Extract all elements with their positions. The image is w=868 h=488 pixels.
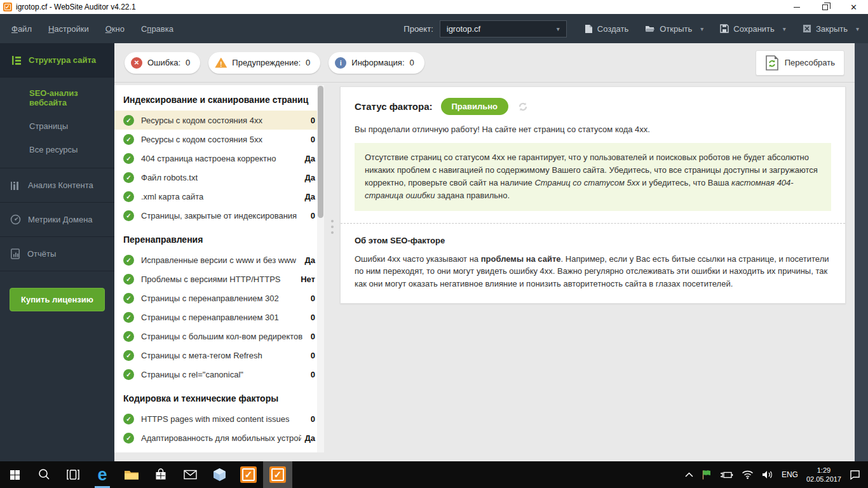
sidebar-item-content-analysis[interactable]: Анализ Контента	[0, 168, 114, 203]
sidebar-item-pages[interactable]: Страницы	[0, 114, 114, 138]
factor-row-302[interactable]: Страницы с перенаправлением 302 0	[114, 288, 324, 308]
taskbar-clock[interactable]: 1:29 02.05.2017	[806, 466, 841, 484]
sidebar-item-seo-analysis[interactable]: SEO-анализ вебсайта	[0, 81, 114, 114]
factor-row-4xx[interactable]: Ресурсы с кодом состояния 4xx 0	[114, 111, 324, 130]
create-project-button[interactable]: Создать	[585, 24, 628, 34]
cube-icon	[213, 468, 226, 482]
taskbar-3d-builder-button[interactable]	[205, 461, 234, 488]
about-text-bold: проблемы на сайте	[481, 254, 561, 264]
close-project-button[interactable]: Закрыть ▾	[803, 24, 859, 34]
factor-row-sitemap[interactable]: .xml карта сайта Да	[114, 187, 324, 206]
menu-file[interactable]: Файл	[11, 24, 32, 34]
warnings-pill[interactable]: Предупреждение: 0	[208, 52, 320, 74]
windows-logo-icon	[10, 470, 20, 480]
list-scrollbar-thumb[interactable]	[318, 86, 323, 218]
open-project-button[interactable]: Открыть ▾	[645, 24, 703, 34]
restore-button[interactable]	[811, 0, 839, 14]
battery-icon[interactable]	[719, 471, 733, 479]
sidebar-item-label: Метрики Домена	[28, 215, 93, 224]
action-center-icon[interactable]	[850, 470, 860, 480]
project-select-value: igrotop.cf	[447, 24, 553, 34]
panel-splitter[interactable]	[324, 85, 340, 452]
save-project-button[interactable]: Сохранить ▾	[720, 24, 786, 34]
warning-icon	[215, 58, 227, 68]
new-document-icon	[585, 24, 593, 34]
collapsed-right-panel[interactable]	[855, 43, 868, 461]
close-button[interactable]: ✕	[839, 0, 868, 14]
sidebar-item-reports[interactable]: Отчёты	[0, 237, 114, 271]
windows-taskbar: ENG 1:29 02.05.2017	[0, 461, 868, 488]
factor-row-redirect-chains[interactable]: Страницы с большим кол-вом редиректов 0	[114, 327, 324, 346]
windows-store-icon	[154, 468, 167, 481]
system-tray: ENG 1:29 02.05.2017	[677, 461, 868, 488]
factor-value: Да	[305, 154, 316, 163]
taskbar-edge-button[interactable]	[88, 461, 117, 488]
tray-expand-icon[interactable]	[685, 472, 693, 477]
factor-row-301[interactable]: Страницы с перенаправлением 301 0	[114, 308, 324, 327]
factor-row-www[interactable]: Исправленные версии с www и без www Да	[114, 250, 324, 269]
save-icon	[720, 24, 729, 33]
factor-row-404-page[interactable]: 404 страница настроена корректно Да	[114, 149, 324, 168]
factor-row-robots[interactable]: Файл robots.txt Да	[114, 168, 324, 187]
flag-icon[interactable]	[702, 470, 711, 480]
factor-label: Страницы с мета-тегом Refresh	[141, 351, 307, 360]
warnings-count: 0	[306, 58, 310, 67]
errors-pill[interactable]: Ошибка: 0	[125, 52, 200, 74]
factor-row-mixed-content[interactable]: HTTPS pages with mixed content issues 0	[114, 409, 324, 428]
about-text-part: Ошибки 4xx часто указывают на	[355, 254, 481, 264]
sidebar-item-all-resources[interactable]: Все ресурсы	[0, 138, 114, 161]
chevron-down-icon[interactable]: ▾	[783, 25, 786, 32]
start-button[interactable]	[0, 461, 29, 488]
factor-row-mobile-friendly[interactable]: Адаптированность для мобильных устройств…	[114, 428, 324, 447]
factor-row-noindex[interactable]: Страницы, закрытые от индексирования 0	[114, 206, 324, 225]
check-ok-icon	[123, 312, 134, 323]
factor-row-meta-refresh[interactable]: Страницы с мета-тегом Refresh 0	[114, 346, 324, 365]
refresh-factor-icon[interactable]	[517, 100, 529, 113]
taskbar-mail-button[interactable]	[175, 461, 205, 488]
factor-row-5xx[interactable]: Ресурсы с кодом состояния 5xx 0	[114, 130, 324, 149]
language-indicator[interactable]: ENG	[782, 470, 798, 479]
close-box-icon	[803, 24, 811, 33]
chevron-down-icon[interactable]: ▾	[700, 25, 703, 32]
sidebar-item-domain-metrics[interactable]: Метрики Домена	[0, 203, 114, 237]
status-toolbar: Ошибка: 0 Предупреждение: 0 Информация: …	[114, 43, 855, 83]
factor-label: Страницы, закрытые от индексирования	[141, 211, 307, 220]
menubar: Файл Настройки Окно Справка Проект: igro…	[0, 14, 868, 43]
minimize-button[interactable]	[782, 0, 811, 14]
sidebar-item-site-structure[interactable]: Структура сайта	[0, 43, 114, 78]
factor-row-http-https[interactable]: Проблемы с версиями HTTP/HTTPS Нет	[114, 269, 324, 288]
volume-icon[interactable]	[762, 470, 773, 479]
factor-label: Файл robots.txt	[141, 173, 301, 182]
content-analysis-icon	[10, 180, 21, 191]
list-scrollbar[interactable]	[317, 85, 324, 452]
menu-help[interactable]: Справка	[141, 24, 173, 34]
buy-license-button[interactable]: Купить лицензию	[10, 288, 105, 311]
task-view-button[interactable]	[58, 461, 88, 488]
tip-link-5xx[interactable]: Страниц со статусом 5хх	[534, 178, 639, 187]
factor-row-canonical[interactable]: Страницы с rel="canonical" 0	[114, 365, 324, 384]
factor-value: 0	[311, 116, 315, 125]
chevron-down-icon[interactable]: ▾	[856, 25, 859, 32]
taskbar-search-button[interactable]	[29, 461, 58, 488]
factor-label: Страницы с rel="canonical"	[141, 370, 307, 379]
seo-factors-list: Индексирование и сканирование страниц Ре…	[114, 85, 324, 452]
factor-value: Нет	[301, 274, 315, 284]
website-auditor-icon	[269, 466, 286, 483]
factor-value: 0	[311, 414, 315, 424]
factor-value: 0	[311, 351, 315, 360]
check-ok-icon	[123, 414, 134, 424]
rebuild-project-button[interactable]: Пересобрать	[756, 50, 844, 76]
taskbar-wsa-active-button[interactable]	[263, 461, 292, 488]
site-structure-icon	[11, 55, 22, 65]
wifi-icon[interactable]	[742, 470, 754, 479]
menu-file-rest: айл	[18, 24, 32, 34]
project-select[interactable]: igrotop.cf ▾	[440, 20, 567, 37]
factor-section-title: Перенаправления	[114, 225, 324, 250]
taskbar-explorer-button[interactable]	[117, 461, 146, 488]
chevron-down-icon: ▾	[557, 25, 560, 32]
info-pill[interactable]: Информация: 0	[329, 52, 424, 74]
taskbar-wsa-button[interactable]	[234, 461, 263, 488]
menu-window[interactable]: Окно	[105, 24, 125, 34]
menu-settings[interactable]: Настройки	[48, 24, 89, 34]
taskbar-store-button[interactable]	[146, 461, 175, 488]
